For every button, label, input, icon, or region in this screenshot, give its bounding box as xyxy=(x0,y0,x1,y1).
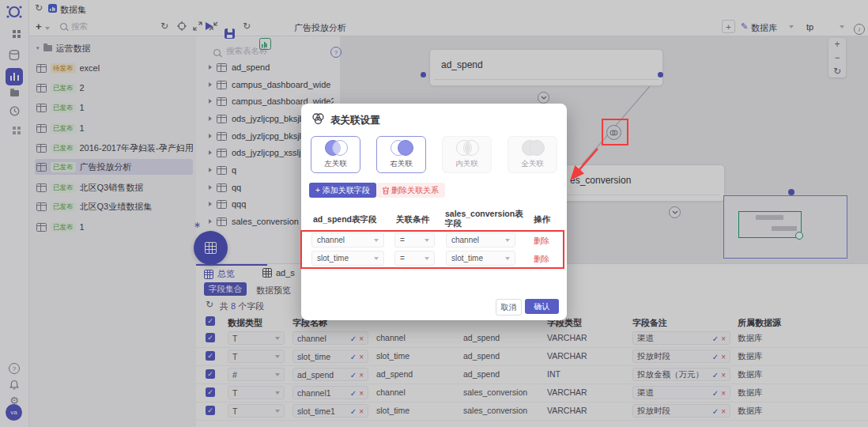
modal-col-cond: 关联条件 xyxy=(396,214,429,224)
modal-col-left: ad_spend表字段 xyxy=(313,214,377,224)
join-type-inner[interactable]: 内关联 xyxy=(442,136,492,173)
join-modal-icon xyxy=(311,112,325,125)
join-settings-modal: 表关联设置 左关联 右关联 内关联 全关联 +添加关联字段 xyxy=(301,104,567,320)
modal-title: 表关联设置 xyxy=(330,114,380,127)
join-type-left[interactable]: 左关联 xyxy=(311,136,360,173)
modal-col-right: sales_conversion表字段 xyxy=(445,209,523,228)
join-type-right[interactable]: 右关联 xyxy=(376,136,426,173)
modal-col-action: 操作 xyxy=(534,214,550,224)
inner-join-venn-icon xyxy=(452,138,482,159)
app-screen: ? ⚙ va ↻ 数据集 + ↻ ↻ 广告投放分析 + ✎ 数据库 xyxy=(0,0,868,427)
right-join-venn-icon xyxy=(387,138,417,159)
trash-icon xyxy=(383,187,389,195)
confirm-button[interactable]: 确认 xyxy=(525,299,559,314)
cancel-button[interactable]: 取消 xyxy=(496,299,522,316)
left-join-venn-icon xyxy=(321,138,351,159)
delete-join-relation-button[interactable]: 删除关联关系 xyxy=(376,183,445,198)
annotation-box-join-icon xyxy=(602,119,628,145)
full-join-venn-icon xyxy=(518,138,548,159)
annotation-arrow xyxy=(553,142,617,190)
annotation-box-join-rows xyxy=(300,230,564,269)
add-join-field-button[interactable]: +添加关联字段 xyxy=(309,183,376,198)
join-type-full[interactable]: 全关联 xyxy=(508,136,557,173)
